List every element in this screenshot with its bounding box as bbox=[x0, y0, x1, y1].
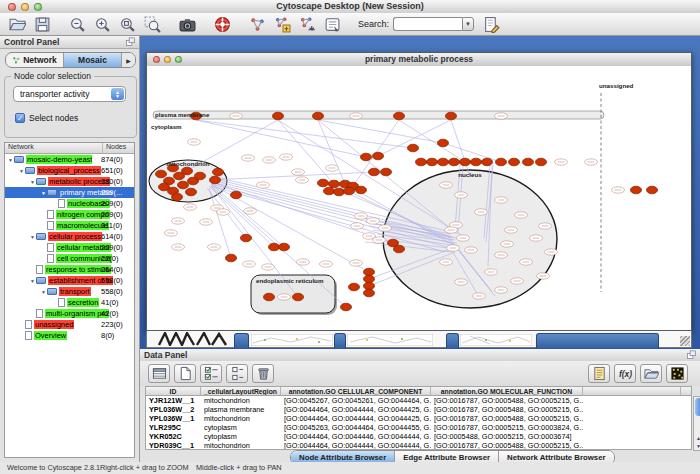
network-node-transporter[interactable] bbox=[186, 188, 197, 196]
network-node-transporter[interactable] bbox=[631, 186, 642, 194]
network-node-transporter[interactable] bbox=[438, 139, 449, 147]
help-button[interactable] bbox=[213, 15, 232, 34]
background-window-preview[interactable] bbox=[347, 334, 433, 346]
table-cell[interactable]: [GO:0044464, GO:0044444, GO:0044425, G..… bbox=[281, 414, 431, 423]
table-cell[interactable]: [GO:0016787, GO:0005488, GO:0005215, G..… bbox=[431, 396, 583, 405]
expand-arrow-icon[interactable]: ▼ bbox=[40, 289, 47, 295]
network-node-transporter[interactable] bbox=[364, 282, 375, 290]
column-header-empty[interactable] bbox=[583, 387, 681, 395]
select-nodes-checkbox[interactable]: ✓ bbox=[15, 113, 25, 123]
annotations-button[interactable] bbox=[323, 15, 342, 34]
tree-row-transport[interactable]: ▼transport558(0) bbox=[5, 286, 134, 297]
network-node-transporter[interactable] bbox=[231, 191, 242, 199]
zoom-selected-region-button[interactable] bbox=[143, 15, 162, 34]
background-window-preview[interactable] bbox=[460, 334, 532, 346]
tree-row-primary-metabo[interactable]: ▼primary metabo209(... bbox=[5, 187, 134, 198]
take-snapshot-button[interactable] bbox=[178, 15, 197, 34]
background-window-fragment[interactable] bbox=[234, 333, 249, 348]
zoom-out-button[interactable] bbox=[68, 15, 87, 34]
expand-arrow-icon[interactable]: ▼ bbox=[29, 234, 36, 240]
tab-mosaic[interactable]: Mosaic bbox=[64, 53, 122, 67]
network-node-transporter[interactable] bbox=[364, 275, 375, 283]
table-cell[interactable]: YLR295C bbox=[146, 423, 201, 432]
network-node-transporter[interactable] bbox=[364, 289, 375, 297]
destroy-network-view-button[interactable] bbox=[248, 15, 267, 34]
table-cell[interactable]: [GO:0044464, GO:0044444, GO:0044444, G..… bbox=[281, 441, 431, 450]
tree-row-nucleobase-[interactable]: nucleobase-209(0) bbox=[5, 198, 134, 209]
table-cell[interactable]: cytoplasm bbox=[201, 432, 281, 441]
tree-row-secretion[interactable]: secretion41(0) bbox=[5, 297, 134, 308]
network-node-transporter[interactable] bbox=[210, 176, 221, 184]
scrollbar-thumb[interactable] bbox=[695, 398, 700, 416]
table-cell[interactable]: [GO:0016787, GO:0005488, GO:0005215, G..… bbox=[431, 414, 583, 423]
network-node-transporter[interactable] bbox=[264, 293, 275, 301]
expand-arrow-icon[interactable]: ▼ bbox=[29, 278, 36, 284]
network-node-transporter[interactable] bbox=[427, 158, 438, 166]
column-header-ID[interactable]: ID bbox=[146, 387, 201, 395]
tree-row-biological-process[interactable]: ▼biological_process651(0) bbox=[5, 165, 134, 176]
matrix-view-button[interactable] bbox=[666, 364, 688, 383]
network-node-transporter[interactable] bbox=[364, 268, 375, 276]
expand-arrow-icon[interactable]: ▼ bbox=[40, 190, 47, 196]
network-node-transporter[interactable] bbox=[356, 186, 367, 194]
network-node-transporter[interactable] bbox=[446, 112, 457, 120]
tree-row-mosaic-demo-yeast[interactable]: ▼mosaic-demo-yeast874(0) bbox=[5, 154, 134, 165]
unselect-attributes-button[interactable] bbox=[226, 364, 248, 383]
table-cell[interactable]: cytoplasm bbox=[201, 423, 281, 432]
network-node-transporter[interactable] bbox=[341, 303, 352, 311]
tree-row-cellular-metabol[interactable]: cellular metabol209(0) bbox=[5, 242, 134, 253]
select-attributes-button[interactable] bbox=[200, 364, 222, 383]
table-row-YJR121W__1[interactable]: YJR121W__1mitochondrion[GO:0045267, GO:0… bbox=[146, 396, 691, 405]
network-node-transporter[interactable] bbox=[369, 168, 380, 176]
network-node-transporter[interactable] bbox=[381, 168, 392, 176]
network-node-transporter[interactable] bbox=[344, 187, 355, 195]
scroll-down-arrow[interactable]: ▼ bbox=[694, 442, 700, 450]
open-network-file-button[interactable] bbox=[8, 15, 27, 34]
table-row-YPL036W__1[interactable]: YPL036W__1mitochondrion[GO:0044464, GO:0… bbox=[146, 414, 691, 423]
network-node-transporter[interactable] bbox=[460, 158, 471, 166]
search-input[interactable] bbox=[393, 17, 462, 31]
import-attributes-button[interactable] bbox=[640, 364, 662, 383]
table-cell[interactable]: mitochondrion bbox=[201, 441, 281, 450]
network-node-transporter[interactable] bbox=[408, 144, 419, 152]
network-node-transporter[interactable] bbox=[482, 158, 493, 166]
table-cell[interactable]: plasma membrane bbox=[201, 405, 281, 414]
formula-builder-button[interactable]: f(x) bbox=[614, 364, 636, 383]
table-cell[interactable]: YPL036W__1 bbox=[146, 414, 201, 423]
column-header-_cellularLayoutRegion[interactable]: _cellularLayoutRegion bbox=[201, 387, 281, 395]
network-node-transporter[interactable] bbox=[496, 158, 507, 166]
table-cell[interactable]: [GO:0045267, GO:0045261, GO:0044464, G..… bbox=[281, 396, 431, 405]
background-window-fragment[interactable] bbox=[536, 333, 659, 348]
tree-row-cell-communicat[interactable]: cell communicat22(0) bbox=[5, 253, 134, 264]
scroll-up-arrow[interactable]: ▲ bbox=[694, 434, 700, 442]
delete-attribute-button[interactable] bbox=[252, 364, 274, 383]
network-node-transporter[interactable] bbox=[449, 158, 460, 166]
table-cell[interactable]: [GO:0044464, GO:0044444, GO:0044425, G..… bbox=[281, 405, 431, 414]
tree-column-network[interactable]: Network bbox=[5, 143, 103, 153]
network-node-transporter[interactable] bbox=[226, 254, 237, 262]
table-cell[interactable]: [GO:0016787, GO:0005215, GO:0003824, G..… bbox=[431, 423, 583, 432]
network-window-titlebar[interactable]: primary metabolic process bbox=[147, 53, 691, 67]
table-cell[interactable]: [GO:0045263, GO:0044464, GO:0044455, G..… bbox=[281, 423, 431, 432]
import-network-button[interactable] bbox=[298, 15, 317, 34]
table-cell[interactable]: [GO:0016787, GO:0005488, GO:0005215, G..… bbox=[431, 441, 583, 450]
table-cell[interactable] bbox=[583, 423, 681, 432]
tree-row-establishment-of-lo[interactable]: ▼establishment of lo558(0) bbox=[5, 275, 134, 286]
tree-column-nodes[interactable]: Nodes bbox=[103, 143, 134, 153]
table-cell[interactable]: mitochondrion bbox=[201, 396, 281, 405]
network-node-transporter[interactable] bbox=[394, 245, 405, 253]
network-node-transporter[interactable] bbox=[241, 234, 252, 242]
expand-arrow-icon[interactable]: ▼ bbox=[18, 168, 25, 174]
table-cell[interactable]: [GO:0016787, GO:0005488, GO:0005215, G..… bbox=[431, 405, 583, 414]
network-node-transporter[interactable] bbox=[318, 179, 329, 187]
zoom-fit-content-button[interactable] bbox=[118, 15, 137, 34]
table-row-YLR295C[interactable]: YLR295Ccytoplasm[GO:0045263, GO:0044464,… bbox=[146, 423, 691, 432]
search-dropdown-arrow[interactable]: ▼ bbox=[462, 17, 474, 31]
table-cell[interactable]: [GO:0044464, GO:0044446, GO:0044444, G..… bbox=[281, 432, 431, 441]
background-window-fragment[interactable] bbox=[446, 333, 459, 348]
tree-row-cellular-process[interactable]: ▼cellular process614(0) bbox=[5, 231, 134, 242]
network-node-transporter[interactable] bbox=[178, 181, 189, 189]
tree-row-overview[interactable]: Overview8(0) bbox=[5, 330, 134, 341]
table-cell[interactable] bbox=[583, 405, 681, 414]
background-window-fragment[interactable] bbox=[334, 333, 346, 348]
